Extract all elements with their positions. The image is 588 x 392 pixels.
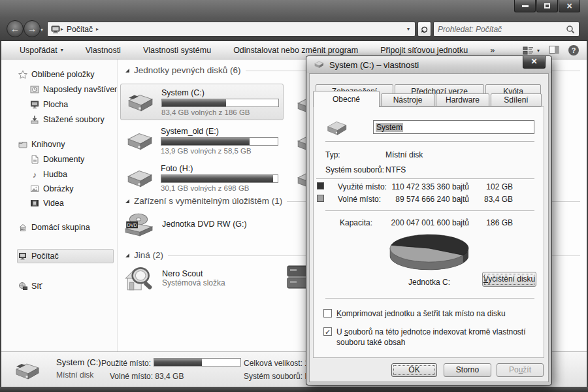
- sidebar-item-libraries[interactable]: Knihovny: [18, 138, 65, 151]
- tab-hardware[interactable]: Hardware: [436, 93, 489, 106]
- compress-checkbox-label[interactable]: Komprimovat jednotku a šetřit tak místo …: [336, 308, 529, 319]
- apply-button[interactable]: Použít: [497, 363, 544, 377]
- drive-item-system-c[interactable]: System (C:) 83,4 GB volných z 186 GB: [120, 84, 284, 120]
- sidebar-item-computer[interactable]: Počítač: [18, 250, 59, 263]
- collapse-arrow-icon: [125, 69, 129, 73]
- sidebar-item-recent[interactable]: Naposledy navštívené: [30, 83, 118, 96]
- sidebar-item-network[interactable]: Síť: [18, 280, 42, 293]
- minimize-icon: [522, 5, 529, 7]
- explorer-window: × ← → ▾ ▸ Počítač ▸ ▾ Pro: [0, 0, 588, 392]
- tab-sharing[interactable]: Sdílení: [491, 93, 542, 106]
- capacity-bar: [161, 137, 278, 146]
- close-icon: ×: [566, 3, 572, 9]
- sidebar-item-pictures[interactable]: Obrázky: [30, 182, 74, 195]
- views-icon: [523, 46, 534, 56]
- address-bar[interactable]: ▸ Počítač ▸ ▾: [47, 22, 416, 37]
- sidebar-item-favorites[interactable]: Oblíbené položky: [18, 68, 95, 81]
- item-name: Nero Scout: [162, 269, 225, 278]
- breadcrumb-arrow-icon: ▸: [61, 26, 63, 32]
- refresh-button[interactable]: [417, 22, 431, 37]
- sidebar-item-desktop[interactable]: Plocha: [30, 98, 68, 111]
- search-placeholder: Prohledat: Počítač: [438, 25, 566, 34]
- homegroup-icon: [18, 223, 27, 232]
- drive-item-system-old-e[interactable]: System_old (E:) 13,9 GB volných z 58,5 G…: [120, 122, 284, 159]
- desktop-icon: [30, 100, 39, 109]
- nav-history-dropdown[interactable]: ▾: [41, 27, 43, 33]
- dialog-title-bar[interactable]: System (C:) – vlastnosti: [306, 56, 551, 73]
- capacity-bytes: 200 047 001 600 bajtů: [378, 218, 469, 227]
- view-selector-button[interactable]: ▾: [523, 46, 540, 56]
- navigation-pane: Oblíbené položky Naposledy navštívené Pl…: [1, 59, 118, 351]
- window-border: [0, 387, 588, 392]
- capacity-bar: [161, 99, 279, 107]
- status-drive-type: Místní disk: [56, 370, 93, 380]
- toolbar-properties[interactable]: Vlastnosti: [86, 46, 121, 55]
- videos-icon: [30, 199, 39, 208]
- filesystem-value: NTFS: [385, 165, 406, 174]
- maximize-button[interactable]: [536, 0, 558, 12]
- toolbar-uninstall-program[interactable]: Odinstalovat nebo změnit program: [233, 46, 358, 55]
- dvd-drive-item[interactable]: DVD Jednotka DVD RW (G:): [123, 208, 247, 240]
- tab-tools[interactable]: Nástroje: [381, 93, 434, 106]
- compress-checkbox[interactable]: [323, 309, 332, 318]
- computer-icon: [18, 252, 27, 261]
- sidebar-item-homegroup[interactable]: Domácí skupina: [18, 221, 90, 234]
- sidebar-item-documents[interactable]: Dokumenty: [30, 153, 84, 166]
- status-free-space: Volné místo: 83,4 GB: [110, 372, 184, 381]
- type-label: Typ:: [325, 150, 340, 159]
- properties-dialog: System (C:) – vlastnosti ✕ Zabezpečení P…: [306, 56, 552, 385]
- divider: [325, 210, 534, 211]
- toolbar-system-properties[interactable]: Vlastnosti systému: [143, 46, 211, 55]
- divider: [316, 178, 534, 179]
- document-icon: [30, 155, 39, 164]
- back-button[interactable]: ←: [7, 20, 24, 37]
- drive-name: System_old (E:): [161, 127, 280, 136]
- index-checkbox-label[interactable]: U souborů na této jednotce indexovat kro…: [336, 327, 529, 348]
- forward-button[interactable]: →: [24, 20, 41, 37]
- sidebar-item-downloads[interactable]: Stažené soubory: [30, 113, 105, 126]
- item-type: Systémová složka: [162, 278, 225, 287]
- toolbar-map-network-drive[interactable]: Připojit síťovou jednotku: [380, 46, 468, 55]
- search-box[interactable]: Prohledat: Počítač: [433, 22, 580, 37]
- volume-label-field[interactable]: System: [373, 120, 534, 134]
- music-note-icon: ♪: [30, 170, 39, 180]
- hard-drive-icon: [124, 127, 154, 154]
- general-tab-page: System Typ: Místní disk Systém souborů: …: [313, 106, 544, 358]
- close-button[interactable]: ×: [559, 0, 580, 12]
- drive-name: Foto (H:): [161, 164, 280, 173]
- disk-usage-pie-chart: [389, 233, 470, 272]
- svg-text:DVD: DVD: [127, 222, 137, 228]
- nero-scout-icon: [122, 262, 154, 295]
- tab-general[interactable]: Obecné: [313, 91, 380, 107]
- pie-chart-caption: Jednotka C:: [389, 278, 470, 287]
- used-space-swatch: [317, 182, 324, 189]
- toolbar-organize[interactable]: Uspořádat▾: [20, 46, 63, 55]
- minimize-button[interactable]: [514, 0, 536, 12]
- disk-cleanup-button[interactable]: Vyčištění disku: [482, 272, 536, 287]
- dvd-drive-icon: DVD: [123, 208, 154, 240]
- status-capacity-bar: [154, 358, 241, 367]
- index-checkbox[interactable]: ✓: [323, 327, 332, 336]
- maximize-icon: [544, 3, 550, 8]
- type-value: Místní disk: [385, 150, 423, 159]
- libraries-icon: [18, 140, 27, 149]
- toolbar-overflow-chevron[interactable]: »: [490, 46, 495, 55]
- dialog-close-button[interactable]: ✕: [523, 56, 546, 69]
- ok-button[interactable]: OK: [391, 363, 437, 377]
- hard-drive-icon: [325, 119, 348, 137]
- dialog-body: Zabezpečení Předchozí verze Kvóta Obecné…: [309, 73, 549, 382]
- drive-item-foto-h[interactable]: Foto (H:) 30,1 GB volných z 698 GB: [120, 159, 284, 196]
- address-dropdown-icon[interactable]: ▾: [404, 26, 412, 32]
- drive-free-space: 30,1 GB volných z 698 GB: [161, 184, 280, 192]
- recent-places-icon: [30, 85, 39, 94]
- capacity-label: Kapacita:: [340, 218, 372, 227]
- free-space-label: Volné místo:: [338, 195, 381, 204]
- cancel-button[interactable]: Storno: [444, 363, 491, 377]
- help-button[interactable]: ?: [568, 45, 579, 56]
- preview-pane-button[interactable]: [549, 45, 559, 56]
- network-icon: [18, 282, 27, 291]
- nero-scout-item[interactable]: Nero Scout Systémová složka: [122, 262, 225, 295]
- sidebar-item-videos[interactable]: Videa: [30, 197, 64, 210]
- breadcrumb-computer[interactable]: Počítač: [67, 25, 93, 34]
- sidebar-item-music[interactable]: ♪ Hudba: [30, 168, 67, 181]
